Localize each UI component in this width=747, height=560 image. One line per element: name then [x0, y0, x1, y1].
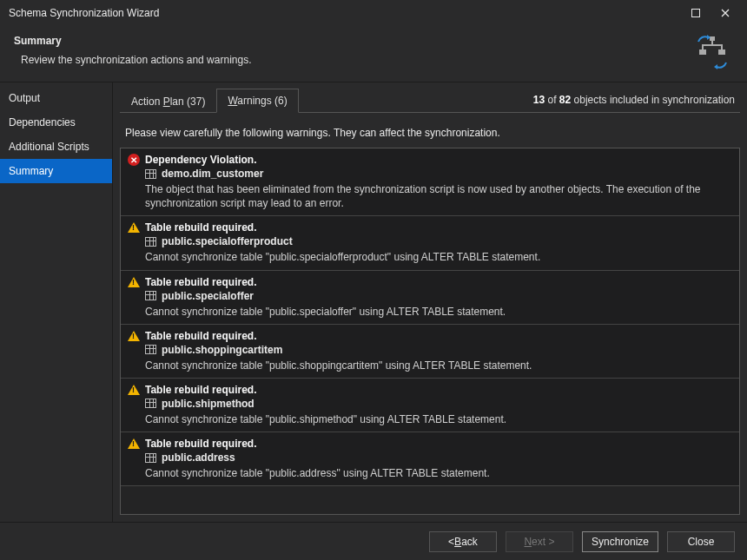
tabbar: Action Plan (37) Warnings (6) 13 of 82 o… — [120, 82, 740, 113]
warning-item[interactable]: Table rebuild required.public.shipmethod… — [121, 379, 739, 432]
wizard-footer: < Back Next > Synchronize Close — [0, 522, 747, 560]
svg-marker-9 — [714, 64, 717, 69]
table-icon — [145, 169, 156, 179]
table-icon — [145, 399, 156, 408]
warning-title: Dependency Violation. — [145, 154, 256, 166]
svg-rect-0 — [692, 10, 700, 17]
warning-object: public.shipmethod — [162, 398, 255, 410]
warning-item[interactable]: ✕Dependency Violation.demo.dim_customerT… — [121, 148, 739, 216]
warning-item[interactable]: Table rebuild required.public.specialoff… — [121, 271, 739, 325]
sidebar-item-dependencies[interactable]: Dependencies — [0, 110, 112, 135]
table-icon — [145, 345, 156, 354]
warning-object: public.specialofferproduct — [162, 235, 293, 247]
warning-message: The object that has been eliminated from… — [128, 182, 732, 210]
warning-item[interactable]: Table rebuild required.public.shoppingca… — [121, 325, 739, 379]
close-button-footer[interactable]: Close — [667, 531, 735, 552]
sync-object-count: 13 of 82 objects included in synchroniza… — [528, 89, 740, 111]
svg-rect-5 — [721, 46, 723, 49]
warning-title: Table rebuild required. — [145, 330, 256, 342]
page-title: Summary — [14, 35, 695, 47]
warning-icon — [128, 385, 140, 395]
warning-object: public.shoppingcartitem — [162, 344, 282, 356]
wizard-steps-sidebar: Output Dependencies Additional Scripts S… — [0, 82, 113, 522]
warning-message: Cannot synchronize table "public.special… — [128, 250, 732, 264]
svg-rect-7 — [718, 49, 725, 55]
svg-rect-4 — [702, 46, 704, 49]
warning-icon — [128, 277, 140, 287]
warning-message: Cannot synchronize table "public.shoppin… — [128, 359, 732, 372]
warning-item[interactable]: Table rebuild required.public.specialoff… — [121, 216, 739, 270]
svg-rect-1 — [710, 36, 715, 41]
synchronize-button[interactable]: Synchronize — [582, 531, 658, 552]
table-icon — [145, 291, 156, 300]
svg-rect-3 — [702, 44, 723, 46]
warning-object: demo.dim_customer — [162, 168, 263, 180]
tab-action-plan[interactable]: Action Plan (37) — [120, 89, 216, 113]
warning-item[interactable]: Table rebuild required.public.addressCan… — [121, 432, 739, 486]
sidebar-item-summary[interactable]: Summary — [0, 159, 112, 183]
warnings-list[interactable]: ✕Dependency Violation.demo.dim_customerT… — [120, 148, 740, 515]
table-icon — [145, 237, 156, 247]
warning-message: Cannot synchronize table "public.address… — [128, 466, 732, 480]
sync-schema-icon — [695, 35, 730, 69]
window-title: Schema Synchronization Wizard — [9, 7, 681, 19]
warning-object: public.specialoffer — [162, 290, 254, 302]
warning-title: Table rebuild required. — [145, 384, 256, 396]
warning-icon — [128, 222, 140, 233]
warning-icon — [128, 438, 140, 449]
maximize-button[interactable] — [681, 2, 711, 24]
maximize-icon — [691, 9, 700, 17]
close-icon — [721, 9, 730, 17]
tab-warnings[interactable]: Warnings (6) — [216, 89, 298, 113]
warning-icon — [128, 331, 140, 341]
sidebar-item-additional-scripts[interactable]: Additional Scripts — [0, 135, 112, 159]
warning-message: Cannot synchronize table "public.special… — [128, 305, 732, 319]
close-button[interactable] — [711, 2, 740, 24]
wizard-header: Summary Review the synchronization actio… — [0, 26, 747, 82]
page-subtitle: Review the synchronization actions and w… — [14, 54, 695, 66]
error-icon: ✕ — [128, 154, 140, 166]
titlebar: Schema Synchronization Wizard — [0, 0, 747, 26]
svg-rect-6 — [699, 49, 706, 55]
back-button[interactable]: < Back — [429, 531, 497, 552]
table-icon — [145, 453, 156, 463]
warnings-intro: Please view carefully the following warn… — [120, 113, 740, 148]
warning-title: Table rebuild required. — [145, 221, 256, 234]
sidebar-item-output[interactable]: Output — [0, 86, 112, 110]
warning-message: Cannot synchronize table "public.shipmet… — [128, 412, 732, 426]
warning-object: public.address — [162, 451, 235, 464]
warning-title: Table rebuild required. — [145, 276, 256, 288]
warning-title: Table rebuild required. — [145, 438, 256, 450]
next-button: Next > — [506, 531, 573, 552]
